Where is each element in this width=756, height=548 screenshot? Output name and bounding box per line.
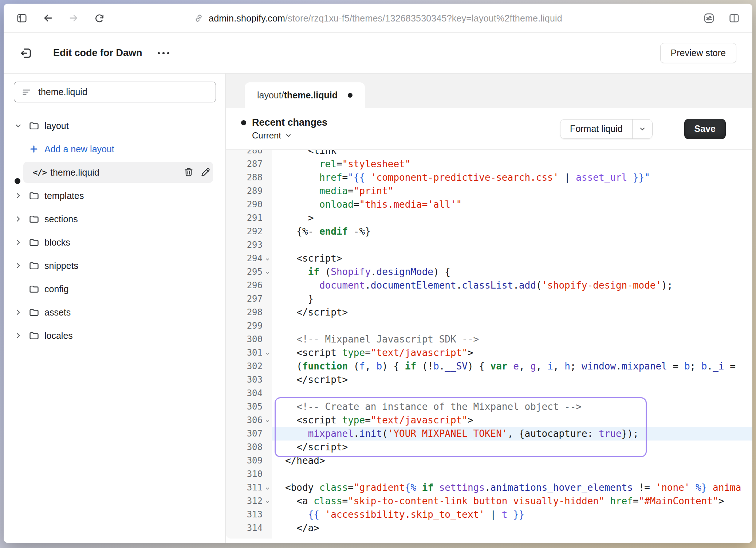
folder-icon: [28, 330, 40, 341]
code-line-289[interactable]: 289 media="print": [226, 184, 752, 198]
exit-editor-icon[interactable]: [20, 47, 33, 60]
code-text: [272, 238, 752, 252]
line-number: 289: [226, 184, 272, 198]
chevron-right-icon[interactable]: [14, 332, 23, 340]
split-view-icon[interactable]: [728, 12, 740, 24]
sidebar-item-blocks[interactable]: blocks: [4, 231, 225, 254]
sidebar-item-theme.liquid[interactable]: </>theme.liquid: [4, 161, 225, 184]
folder-icon: [28, 260, 40, 271]
code-line-306[interactable]: 306 <script type="text/javascript">: [226, 414, 752, 427]
rename-file-icon[interactable]: [200, 167, 211, 178]
code-line-305[interactable]: 305 <!-- Create an instance of the Mixpa…: [226, 400, 752, 414]
preview-store-button[interactable]: Preview store: [660, 43, 736, 63]
format-liquid-label: Format liquid: [560, 120, 632, 138]
sidebar-item-layout[interactable]: layout: [4, 114, 225, 137]
code-line-313[interactable]: 313 {{ 'accessibility.skip_to_text' | t …: [226, 508, 752, 521]
search-input[interactable]: [38, 87, 208, 97]
sidebar-item-label: layout: [44, 121, 69, 131]
code-line-314[interactable]: 314 </a>: [226, 521, 752, 535]
delete-file-icon[interactable]: [183, 167, 194, 178]
code-line-291[interactable]: 291 >: [226, 211, 752, 225]
sidebar-item-label: config: [44, 284, 69, 294]
code-line-307[interactable]: 307 mixpanel.init('YOUR_MIXPANEL_TOKEN',…: [226, 427, 752, 441]
code-text: rel="stylesheet": [272, 157, 752, 171]
code-line-288[interactable]: 288 href="{{ 'component-predictive-searc…: [226, 171, 752, 184]
sidebar-item-locales[interactable]: locales: [4, 324, 225, 347]
chevron-right-icon[interactable]: [14, 238, 23, 246]
code-line-296[interactable]: 296 document.documentElement.classList.a…: [226, 279, 752, 292]
code-text: >: [272, 211, 752, 225]
code-line-310[interactable]: 310: [226, 467, 752, 481]
file-search[interactable]: [14, 82, 216, 102]
code-line-302[interactable]: 302 (function (f, b) { if (!b.__SV) { va…: [226, 360, 752, 373]
sidebar-item-label: theme.liquid: [50, 167, 99, 178]
folder-icon: [28, 307, 40, 318]
fold-chevron-icon[interactable]: [265, 486, 270, 491]
code-line-297[interactable]: 297 }: [226, 292, 752, 306]
back-icon[interactable]: [42, 12, 54, 24]
format-options-chevron-icon[interactable]: [633, 120, 652, 138]
code-line-309[interactable]: 309</head>: [226, 454, 752, 467]
sidebar-item-config[interactable]: config: [4, 277, 225, 301]
changes-dot: [241, 120, 246, 125]
version-dropdown[interactable]: Current: [241, 130, 327, 141]
code-line-301[interactable]: 301 <script type="text/javascript">: [226, 346, 752, 360]
code-text: href="{{ 'component-predictive-search.cs…: [272, 171, 752, 184]
code-line-304[interactable]: 304: [226, 387, 752, 400]
chevron-right-icon[interactable]: [14, 215, 23, 223]
fold-chevron-icon[interactable]: [265, 257, 270, 262]
address-bar[interactable]: admin.shopify.com/store/rzq1xu-f5/themes…: [194, 13, 562, 23]
code-line-298[interactable]: 298 </script>: [226, 306, 752, 319]
chevron-right-icon[interactable]: [14, 192, 23, 200]
code-text: onload="this.media='all'": [272, 198, 752, 211]
plus-icon: [28, 144, 40, 154]
save-button[interactable]: Save: [684, 119, 726, 139]
chevron-right-icon[interactable]: [14, 262, 23, 270]
more-actions-icon[interactable]: [158, 52, 169, 54]
code-line-293[interactable]: 293: [226, 238, 752, 252]
code-line-290[interactable]: 290 onload="this.media='all'": [226, 198, 752, 211]
code-line-299[interactable]: 299: [226, 319, 752, 333]
sidebar-item-label: sections: [44, 214, 78, 224]
fold-chevron-icon[interactable]: [265, 351, 270, 356]
folder-icon: [28, 237, 40, 248]
line-number: 295: [226, 265, 272, 279]
fold-chevron-icon[interactable]: [265, 270, 270, 275]
chevron-right-icon[interactable]: [14, 308, 23, 316]
sidebar-item-templates[interactable]: templates: [4, 184, 225, 207]
code-line-308[interactable]: 308 </script>: [226, 441, 752, 454]
code-text: {%- endif -%}: [272, 225, 752, 238]
line-number: 303: [226, 373, 272, 387]
sidebar-item-add-a-new-layout[interactable]: Add a new layout: [4, 137, 225, 161]
editor-toolbar: Recent changes Current Format liquid: [226, 108, 752, 150]
code-line-287[interactable]: 287 rel="stylesheet": [226, 157, 752, 171]
code-text: </a>: [272, 521, 752, 535]
line-number: 296: [226, 279, 272, 292]
code-line-292[interactable]: 292 {%- endif -%}: [226, 225, 752, 238]
code-editor[interactable]: 286 <link287 rel="stylesheet"288 href="{…: [226, 150, 752, 539]
code-line-286[interactable]: 286 <link: [226, 150, 752, 157]
line-number: 294: [226, 252, 272, 265]
tab-theme-liquid[interactable]: layout/theme.liquid: [245, 82, 365, 108]
code-line-295[interactable]: 295 if (Shopify.designMode) {: [226, 265, 752, 279]
code-line-311[interactable]: 311<body class="gradient{% if settings.a…: [226, 481, 752, 494]
fold-chevron-icon[interactable]: [265, 499, 270, 505]
line-number: 309: [226, 454, 272, 467]
format-liquid-button[interactable]: Format liquid: [560, 119, 653, 139]
code-text: </head>: [272, 454, 752, 467]
sidebar-item-sections[interactable]: sections: [4, 207, 225, 231]
fold-chevron-icon[interactable]: [265, 418, 270, 424]
code-line-303[interactable]: 303 </script>: [226, 373, 752, 387]
filter-icon: [21, 87, 32, 97]
browser-settings-icon[interactable]: [703, 12, 715, 24]
code-line-312[interactable]: 312 <a class="skip-to-content-link butto…: [226, 494, 752, 508]
sidebar-toggle-icon[interactable]: [16, 12, 28, 24]
reload-icon[interactable]: [94, 13, 105, 24]
chevron-down-icon[interactable]: [14, 122, 23, 130]
sidebar-item-snippets[interactable]: snippets: [4, 254, 225, 277]
app-header: Edit code for Dawn Preview store: [4, 33, 752, 74]
code-line-294[interactable]: 294 <script>: [226, 252, 752, 265]
forward-icon[interactable]: [68, 12, 79, 24]
code-line-300[interactable]: 300 <!-- Mixpanel Javascript SDK -->: [226, 333, 752, 346]
sidebar-item-assets[interactable]: assets: [4, 301, 225, 324]
